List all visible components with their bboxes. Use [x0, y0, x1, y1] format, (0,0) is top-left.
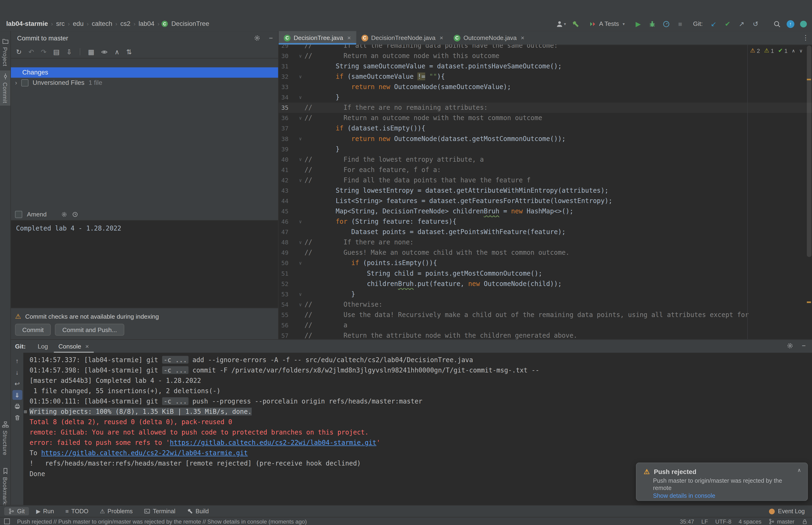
- hide-panel-icon[interactable]: −: [269, 34, 273, 42]
- debug-button[interactable]: [648, 19, 656, 29]
- fold-marker-icon[interactable]: ∨: [297, 113, 303, 123]
- close-icon[interactable]: ×: [347, 34, 351, 41]
- inspection-item[interactable]: ✔1: [778, 47, 787, 54]
- code-area[interactable]: 57// Return the attribute node with the …: [279, 45, 812, 339]
- build-project-icon[interactable]: [572, 19, 580, 29]
- warning-stripe-mark[interactable]: [807, 301, 811, 303]
- commit-icon[interactable]: ✔: [723, 19, 732, 29]
- sidebar-item-project[interactable]: Project: [0, 35, 10, 69]
- collapse-notification-icon[interactable]: ∧: [797, 467, 801, 473]
- console-link[interactable]: https://gitlab.caltech.edu/cs2-22wi/lab0…: [41, 449, 248, 457]
- chevron-right-icon[interactable]: ›: [15, 79, 17, 87]
- collapse-all-icon[interactable]: ∧: [114, 48, 120, 56]
- code-with-me-icon[interactable]: ▾: [556, 19, 566, 29]
- line-separator[interactable]: LF: [701, 518, 708, 524]
- expand-fold-icon[interactable]: ⊞: [24, 407, 27, 417]
- editor-tab[interactable]: COutcomeNode.java×: [448, 31, 530, 44]
- diff-icon[interactable]: ▤: [53, 48, 59, 56]
- close-icon[interactable]: ×: [85, 343, 89, 350]
- profiler-button[interactable]: [662, 19, 670, 29]
- scroll-to-end-icon[interactable]: ⇓: [12, 390, 22, 400]
- toolwindow-button-run[interactable]: ▶Run: [32, 507, 58, 515]
- amend-checkbox[interactable]: [15, 211, 22, 218]
- toolwindow-toggle-icon[interactable]: [4, 519, 10, 524]
- console-tab-log[interactable]: Log: [33, 340, 52, 353]
- rollback-icon[interactable]: ↺: [751, 19, 760, 29]
- breadcrumb-item[interactable]: edu: [72, 20, 85, 28]
- toolwindow-button-todo[interactable]: ≡TODO: [61, 507, 93, 515]
- print-icon[interactable]: [12, 401, 22, 411]
- editor-tab[interactable]: CDecisionTree.java×: [279, 31, 356, 44]
- fold-marker-icon[interactable]: ∨: [297, 237, 303, 247]
- indent-setting[interactable]: 4 spaces: [739, 518, 762, 524]
- toolwindow-button-problems[interactable]: ⚠Problems: [96, 507, 137, 515]
- commit-button[interactable]: Commit: [15, 324, 51, 336]
- push-icon[interactable]: ↗: [737, 19, 746, 29]
- fold-marker-icon[interactable]: ∨: [297, 92, 303, 103]
- readonly-lock-icon[interactable]: [802, 518, 808, 524]
- close-icon[interactable]: ×: [440, 34, 443, 41]
- breadcrumb-item[interactable]: src: [55, 20, 66, 28]
- warning-stripe-mark[interactable]: [807, 79, 811, 80]
- gear-icon[interactable]: [61, 211, 67, 217]
- ide-services-icon[interactable]: [800, 20, 807, 27]
- commit-and-push-button[interactable]: Commit and Push...: [55, 324, 124, 336]
- notification-link[interactable]: Show details in console: [653, 493, 715, 499]
- sort-icon[interactable]: ⇅: [126, 48, 132, 56]
- toolwindow-button-terminal[interactable]: Terminal: [140, 507, 180, 515]
- clear-console-icon[interactable]: [12, 413, 22, 423]
- run-config-selector[interactable]: A Tests ▾: [585, 19, 628, 29]
- tab-options-icon[interactable]: ⋮: [802, 34, 809, 41]
- next-problem-icon[interactable]: ∨: [799, 48, 803, 53]
- history-icon[interactable]: [72, 211, 78, 217]
- fold-marker-icon[interactable]: ∨: [297, 299, 303, 310]
- sidebar-item-bookmarks[interactable]: Bookmarks: [0, 465, 10, 510]
- commit-message-editor[interactable]: Completed lab 4 - 1.28.2022: [11, 220, 278, 308]
- breadcrumb-item[interactable]: caltech: [91, 20, 113, 28]
- file-encoding[interactable]: UTF-8: [715, 518, 731, 524]
- changes-node[interactable]: Changes: [11, 68, 278, 78]
- inspection-item[interactable]: ⚠1: [764, 47, 774, 54]
- breadcrumb-item[interactable]: cs2: [119, 20, 132, 28]
- fold-marker-icon[interactable]: ∨: [297, 216, 303, 227]
- redo-icon[interactable]: ↷: [41, 48, 47, 56]
- fold-marker-icon[interactable]: ∨: [297, 258, 303, 268]
- toolwindow-button-build[interactable]: Build: [183, 507, 213, 515]
- update-project-icon[interactable]: ↙: [709, 19, 718, 29]
- breadcrumb-item[interactable]: lab04: [137, 20, 155, 28]
- prev-problem-icon[interactable]: ∧: [792, 48, 795, 53]
- editor-scrollbar[interactable]: [807, 46, 812, 257]
- scroll-up-icon[interactable]: ↑: [12, 356, 22, 366]
- push-rejected-notification[interactable]: ⚠ Push rejected ∧ Push master to origin/…: [636, 463, 808, 501]
- fold-marker-icon[interactable]: ∨: [297, 134, 303, 144]
- console-tab-console[interactable]: Console×: [54, 340, 94, 353]
- console-link[interactable]: https://gitlab.caltech.edu/cs2-22wi/lab0…: [170, 439, 377, 447]
- gear-icon[interactable]: [787, 342, 794, 349]
- fold-marker-icon[interactable]: ∨: [297, 72, 303, 82]
- gear-icon[interactable]: [254, 35, 261, 42]
- rollback-icon[interactable]: ↶: [28, 48, 34, 56]
- close-icon[interactable]: ×: [521, 34, 524, 41]
- search-everywhere-icon[interactable]: [773, 19, 781, 29]
- preview-diff-icon[interactable]: [101, 48, 108, 55]
- cursor-position[interactable]: 35:47: [680, 518, 694, 524]
- sidebar-item-structure[interactable]: Structure: [0, 419, 10, 458]
- scroll-down-icon[interactable]: ↓: [12, 367, 22, 377]
- refresh-icon[interactable]: ↻: [16, 48, 21, 56]
- update-available-icon[interactable]: ↑: [787, 20, 794, 28]
- editor-tab[interactable]: CDecisionTreeNode.java×: [356, 31, 448, 44]
- group-by-icon[interactable]: ▦: [88, 48, 94, 56]
- event-log-button[interactable]: Event Log: [769, 508, 808, 514]
- inspection-item[interactable]: ⚠2: [750, 47, 760, 54]
- status-message[interactable]: Push rejected // Push master to origin/m…: [17, 518, 673, 524]
- fold-marker-icon[interactable]: ∨: [297, 289, 303, 299]
- run-button[interactable]: ▶: [634, 19, 642, 29]
- fold-marker-icon[interactable]: ∨: [297, 175, 303, 185]
- unversioned-files-node[interactable]: › Unversioned Files 1 file: [11, 78, 278, 88]
- toolwindow-button-git[interactable]: Git: [4, 507, 29, 515]
- git-branch-widget[interactable]: master: [769, 518, 794, 524]
- fold-marker-icon[interactable]: ∨: [297, 51, 303, 61]
- soft-wrap-icon[interactable]: ↩: [12, 379, 22, 388]
- breadcrumb-item[interactable]: lab04-starmie: [5, 20, 49, 28]
- sidebar-item-commit[interactable]: Commit: [0, 71, 10, 106]
